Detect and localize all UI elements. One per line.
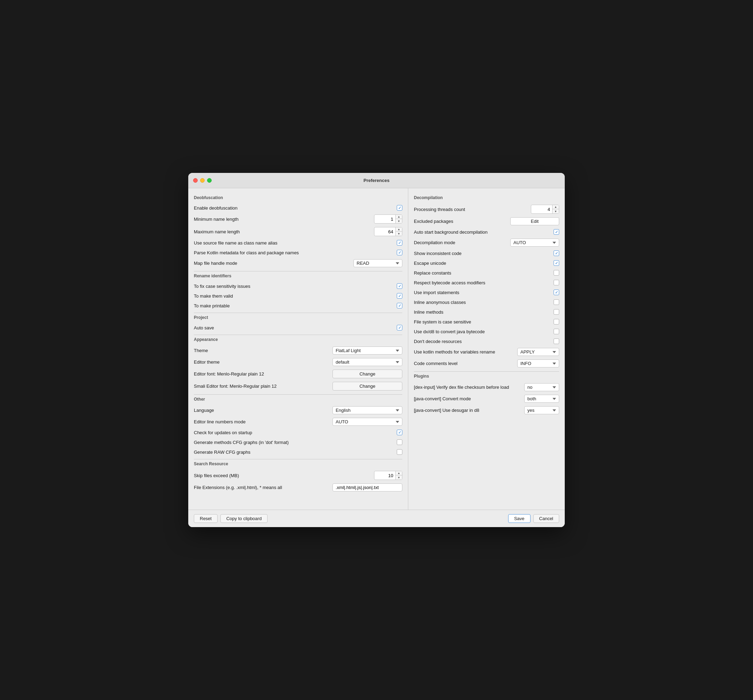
code-comments-label: Code comments level [414,361,517,366]
map-file-label: Map file handle mode [194,261,353,266]
extensions-label: File Extensions (e.g. .xml|.html), * mea… [194,485,333,490]
rename-section-header: Rename identifiers [194,273,402,278]
replace-constants-checkbox[interactable] [553,270,559,276]
inline-anon-label: Inline anonymous classes [414,300,553,305]
search-section-header: Search Resource [194,461,402,466]
minimize-button[interactable] [200,178,205,183]
divider-5 [194,459,402,459]
dex-checksum-select[interactable]: no [524,383,559,391]
source-file-checkbox[interactable] [397,240,402,245]
min-name-input[interactable] [374,216,395,223]
auto-save-label: Auto save [194,325,397,330]
theme-select[interactable]: FlatLaf Light [333,347,402,355]
max-name-input[interactable] [374,228,395,236]
import-statements-row: Use import statements [414,288,559,297]
min-name-down[interactable]: ▼ [396,219,402,223]
escape-unicode-row: Escape unicode [414,258,559,268]
save-button[interactable]: Save [508,514,531,523]
auto-save-row: Auto save [194,323,402,333]
kotlin-label: Parse Kotlin metadata for class and pack… [194,250,397,255]
max-name-input-container: ▲ ▼ [374,227,402,236]
extensions-input[interactable] [333,483,402,491]
close-button[interactable] [193,178,198,183]
source-file-row: Use source file name as class name alias [194,238,402,248]
footer-right: Save Cancel [508,514,559,523]
decode-resources-label: Don't decode resources [414,339,553,344]
min-name-up[interactable]: ▲ [396,215,402,219]
kotlin-rename-row: Use kotlin methods for variables rename … [414,346,559,358]
auto-save-checkbox[interactable] [397,325,402,330]
threads-label: Processing threads count [414,207,531,212]
right-divider-1 [414,371,559,372]
threads-down[interactable]: ▼ [553,209,559,213]
inline-methods-checkbox[interactable] [553,309,559,315]
cfg-label: Generate methods CFG graphs (in 'dot' fo… [194,440,397,445]
cfg-checkbox[interactable] [397,439,402,445]
escape-unicode-checkbox[interactable] [553,260,559,266]
footer: Reset Copy to clipboard Save Cancel [188,509,565,527]
dxd8-checkbox[interactable] [553,329,559,334]
threads-input[interactable] [531,206,552,213]
max-name-label: Maximum name length [194,229,374,234]
case-sensitivity-label: To fix case sensitivity issues [194,284,397,289]
map-file-select[interactable]: READ [353,259,402,267]
excluded-row: Excluded packages Edit [414,216,559,227]
skip-files-input[interactable] [374,472,395,479]
max-name-down[interactable]: ▼ [396,231,402,236]
appearance-section-header: Appearance [194,337,402,342]
decode-resources-checkbox[interactable] [553,339,559,344]
cancel-button[interactable]: Cancel [533,514,559,523]
editor-font-change-button[interactable]: Change [333,370,402,378]
inline-anon-row: Inline anonymous classes [414,297,559,307]
titlebar: Preferences [188,173,565,188]
enable-deobfuscation-checkbox[interactable] [397,205,402,211]
make-printable-checkbox[interactable] [397,303,402,308]
auto-start-checkbox[interactable] [553,229,559,235]
case-sensitivity-checkbox[interactable] [397,283,402,289]
line-numbers-select[interactable]: AUTO [333,418,402,426]
window-title: Preferences [364,178,389,183]
divider-2 [194,312,402,313]
import-statements-checkbox[interactable] [553,289,559,295]
enable-deobfuscation-label: Enable deobfuscation [194,205,397,211]
copy-to-clipboard-button[interactable]: Copy to clipboard [220,514,267,523]
decompilation-mode-label: Decompilation mode [414,240,510,245]
show-inconsistent-checkbox[interactable] [553,250,559,256]
filesystem-checkbox[interactable] [553,319,559,325]
threads-up[interactable]: ▲ [553,205,559,209]
kotlin-checkbox[interactable] [397,250,402,255]
reset-button[interactable]: Reset [194,514,217,523]
max-name-up[interactable]: ▲ [396,227,402,231]
make-valid-label: To make them valid [194,294,397,298]
maximize-button[interactable] [207,178,212,183]
make-valid-checkbox[interactable] [397,293,402,298]
case-sensitivity-row: To fix case sensitivity issues [194,281,402,291]
editor-theme-row: Editor theme default [194,356,402,368]
excluded-edit-button[interactable]: Edit [510,217,559,225]
raw-cfg-checkbox[interactable] [397,449,402,455]
inline-methods-row: Inline methods [414,307,559,317]
cfg-row: Generate methods CFG graphs (in 'dot' fo… [194,438,402,447]
java-desugar-select[interactable]: yes [524,406,559,414]
inline-methods-label: Inline methods [414,309,553,315]
skip-files-label: Skip files exceed (MB) [194,473,374,478]
kotlin-rename-select[interactable]: APPLY [517,348,559,356]
check-updates-checkbox[interactable] [397,430,402,435]
editor-theme-select[interactable]: default [333,358,402,366]
java-convert-select[interactable]: both [524,395,559,403]
smali-font-change-button[interactable]: Change [333,382,402,391]
auto-start-row: Auto start background decompilation [414,227,559,237]
bytecode-checkbox[interactable] [553,280,559,285]
project-section-header: Project [194,315,402,320]
language-label: Language [194,408,333,413]
skip-files-up[interactable]: ▲ [396,471,402,475]
raw-cfg-label: Generate RAW CFG graphs [194,450,397,455]
decompilation-mode-select[interactable]: AUTO [510,239,559,247]
code-comments-select[interactable]: INFO [517,359,559,367]
divider-1 [194,271,402,272]
smali-font-label: Smali Editor font: Menlo-Regular plain 1… [194,384,333,389]
skip-files-down[interactable]: ▼ [396,475,402,480]
language-select[interactable]: English [333,406,402,414]
inline-anon-checkbox[interactable] [553,299,559,305]
traffic-lights [193,178,212,183]
